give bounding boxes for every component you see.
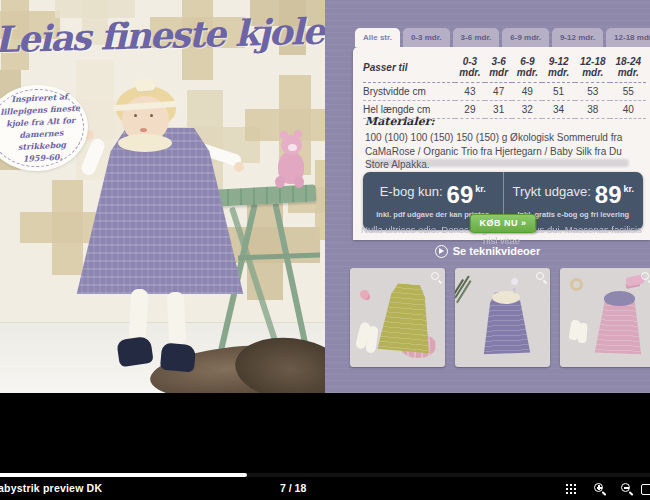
size-table-header: 9-12 mdr. xyxy=(542,53,575,83)
technique-videos-link[interactable]: Se teknikvideoer xyxy=(325,240,650,258)
cell: 53 xyxy=(575,83,610,101)
ornament-prop xyxy=(511,278,518,285)
size-table-header: 6-9 mdr. xyxy=(512,53,542,83)
sprig-prop xyxy=(455,275,470,298)
ebook-price: 69 xyxy=(447,185,474,204)
teddy-bear-leg xyxy=(275,176,285,188)
grid-icon[interactable] xyxy=(566,484,576,494)
collar-illustration xyxy=(492,291,520,304)
fullscreen-icon[interactable] xyxy=(641,484,650,495)
tab-3-6-mdr[interactable]: 3-6 mdr. xyxy=(453,28,500,47)
baby-sock xyxy=(129,289,149,345)
page-indicator: 7 / 18 xyxy=(280,482,306,494)
size-table-header: 12-18 mdr. xyxy=(575,53,610,83)
print-price: 89 xyxy=(595,185,622,204)
print-price-line: Trykt udgave: 89 kr. xyxy=(513,185,635,204)
viewer-toolbar: abystrik preview DK 7 / 18 xyxy=(0,393,650,500)
tab-alle-str[interactable]: Alle str. xyxy=(355,28,400,47)
cell: 47 xyxy=(485,83,513,101)
ebook-price-line: E-bog kun: 69 kr. xyxy=(380,185,486,204)
size-table-header: 3-6 mdr xyxy=(485,53,513,83)
table-row: Brystvidde cm 43 47 49 51 53 55 xyxy=(363,83,646,101)
magnifier-icon xyxy=(641,272,649,280)
ring-toy-prop xyxy=(570,278,583,291)
magnifier-icon xyxy=(536,272,544,280)
badge-text: Inspireret af lillepigens fineste kjole … xyxy=(0,82,90,173)
baby-right-hand xyxy=(234,162,244,172)
baby-collar xyxy=(118,134,172,152)
size-table-header-row: Passer til 0-3 mdr. 3-6 mdr 6-9 mdr. 9-1… xyxy=(363,53,646,83)
baby-sock xyxy=(167,292,187,346)
baby-hair-bow xyxy=(135,78,155,92)
size-tabs: Alle str. 0-3 mdr. 3-6 mdr. 6-9 mdr. 9-1… xyxy=(355,28,650,47)
cell: 51 xyxy=(542,83,575,101)
baby-eye xyxy=(150,114,153,117)
page-title: Leias fineste kjole xyxy=(0,10,324,61)
size-table-header: Passer til xyxy=(363,53,455,83)
cell: 55 xyxy=(610,83,646,101)
zoom-in-icon[interactable] xyxy=(594,483,603,492)
baby-mouth xyxy=(140,128,147,132)
inspiration-badge: Inspireret af lillepigens fineste kjole … xyxy=(0,82,90,173)
materials-heading: Materialer: xyxy=(365,115,643,128)
size-table: Passer til 0-3 mdr. 3-6 mdr 6-9 mdr. 9-1… xyxy=(363,53,646,119)
tab-12-18-mdr[interactable]: 12-18 mdr. xyxy=(606,28,650,47)
size-table-header: 18-24 mdr. xyxy=(610,53,646,83)
row-label: Brystvidde cm xyxy=(363,83,455,101)
teddy-bear-leg xyxy=(294,176,304,188)
right-page-info: Alle str. 0-3 mdr. 3-6 mdr. 6-9 mdr. 9-1… xyxy=(325,0,650,393)
tab-0-3-mdr[interactable]: 0-3 mdr. xyxy=(403,28,450,47)
play-icon xyxy=(435,245,448,258)
progress-bar-fill xyxy=(0,473,247,477)
progress-bar[interactable] xyxy=(0,473,650,477)
document-title: abystrik preview DK xyxy=(0,482,102,494)
yoke-illustration xyxy=(604,291,635,306)
print-unit: kr. xyxy=(623,185,634,194)
magnifier-icon xyxy=(431,272,439,280)
baby-boot xyxy=(116,336,153,367)
baby-eye xyxy=(134,114,137,117)
zoom-out-icon[interactable] xyxy=(621,483,630,492)
pattern-info-card: Passer til 0-3 mdr. 3-6 mdr 6-9 mdr. 9-1… xyxy=(353,47,650,240)
print-label: Trykt udgave: xyxy=(513,185,591,198)
thumbnail-green-dress[interactable] xyxy=(350,268,445,367)
sock-prop xyxy=(365,325,379,353)
flower-prop xyxy=(360,290,369,299)
buy-now-button[interactable]: KØB NU » xyxy=(469,214,536,233)
cell: 49 xyxy=(512,83,542,101)
blurred-preview-text xyxy=(367,159,629,167)
teddy-bear-muzzle xyxy=(288,144,297,151)
technique-videos-label: Se teknikvideoer xyxy=(453,245,540,257)
sock-prop xyxy=(577,323,587,344)
baby-boot xyxy=(160,343,196,373)
tab-9-12-mdr[interactable]: 9-12 mdr. xyxy=(552,28,603,47)
ebook-unit: kr. xyxy=(475,185,486,194)
thumbnail-pink-dress[interactable] xyxy=(560,268,650,367)
tab-6-9-mdr[interactable]: 6-9 mdr. xyxy=(502,28,549,47)
ebook-viewer: Inspireret af lillepigens fineste kjole … xyxy=(0,0,650,500)
thumbnail-purple-dress[interactable] xyxy=(455,268,550,367)
ebook-label: E-bog kun: xyxy=(380,185,443,198)
cell: 43 xyxy=(455,83,485,101)
left-page-photo: Inspireret af lillepigens fineste kjole … xyxy=(0,0,325,393)
size-table-header: 0-3 mdr. xyxy=(455,53,485,83)
